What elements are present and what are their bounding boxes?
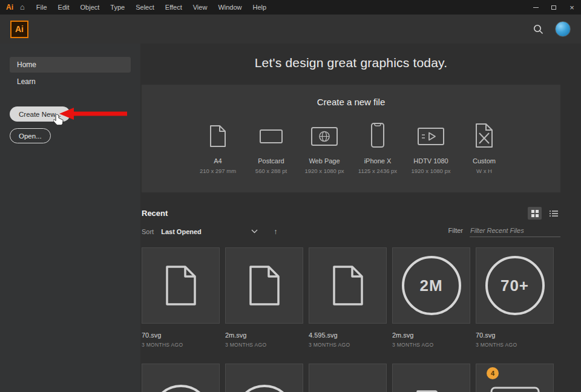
menu-select[interactable]: Select (130, 0, 160, 15)
file-icon (247, 264, 282, 307)
filter-recent-input[interactable] (470, 226, 560, 237)
sidebar: Home Learn Create New... Open... (0, 44, 140, 392)
preset-size: W x H (476, 168, 492, 174)
maximize-button[interactable] (545, 0, 563, 15)
preset-name: HDTV 1080 (413, 157, 448, 165)
file-age: 3 MONTHS AGO (142, 342, 220, 348)
recent-file-card[interactable]: 70.svg 3 MONTHS AGO (142, 247, 220, 348)
sort-ascending-button[interactable]: ↑ (274, 227, 277, 236)
file-thumbnail (309, 247, 387, 324)
list-view-button[interactable] (547, 207, 560, 220)
preset-name: Web Page (309, 157, 340, 165)
count-badge: 4 (487, 367, 499, 379)
recent-file-card[interactable] (142, 364, 220, 392)
menu-effect[interactable]: Effect (160, 0, 188, 15)
recent-file-card[interactable]: 4 (476, 364, 554, 392)
recent-file-card[interactable]: -50% (309, 364, 387, 392)
filter-label: Filter (448, 227, 463, 234)
preset-name: A4 (214, 157, 222, 165)
open-button[interactable]: Open... (10, 128, 51, 143)
circle-artwork (235, 385, 294, 392)
user-avatar[interactable] (555, 21, 571, 37)
window-controls: × (527, 0, 581, 15)
menu-file[interactable]: File (31, 0, 53, 15)
minimize-icon (533, 7, 539, 8)
file-thumbnail: 4 (476, 364, 554, 392)
custom-document-icon (471, 120, 497, 149)
file-name: 4.595.svg (309, 332, 387, 339)
close-button[interactable]: × (563, 0, 581, 15)
file-name: 2m.svg (225, 332, 303, 339)
recent-file-card[interactable]: 70+ 70.svg 3 MONTHS AGO (476, 247, 554, 348)
illustrator-logo: Ai (10, 21, 28, 38)
sidebar-item-learn[interactable]: Learn (10, 74, 131, 90)
recent-file-card[interactable]: 4.595.svg 3 MONTHS AGO (309, 247, 387, 348)
file-thumbnail: 2M (392, 247, 470, 324)
file-thumbnail (392, 364, 470, 392)
sort-value: Last Opened (161, 228, 202, 235)
preset-row: A4 210 x 297 mm Postcard 560 x 288 pt (142, 120, 560, 174)
search-button[interactable] (531, 22, 545, 36)
create-new-button[interactable]: Create New... (10, 106, 70, 122)
preset-name: Postcard (258, 157, 284, 165)
minimize-button[interactable] (527, 0, 545, 15)
recent-grid-row-2: -50% 4 (142, 364, 560, 392)
preset-hdtv-1080[interactable]: HDTV 1080 1920 x 1080 px (404, 120, 458, 174)
menu-window[interactable]: Window (212, 0, 247, 15)
file-thumbnail: 70+ (476, 247, 554, 324)
recent-file-card[interactable] (392, 364, 470, 392)
preset-size: 1125 x 2436 px (358, 168, 397, 174)
image-icon (489, 385, 541, 392)
file-age: 3 MONTHS AGO (309, 342, 387, 348)
preset-iphone-x[interactable]: iPhone X 1125 x 2436 px (351, 120, 404, 174)
create-panel-title: Create a new file (142, 97, 560, 107)
document-landscape-icon (258, 120, 284, 149)
recent-file-card[interactable]: 2M 2m.svg 3 MONTHS AGO (392, 247, 470, 348)
recent-header: Recent (142, 207, 560, 220)
phone-icon (364, 120, 391, 149)
filter-group: Filter (448, 226, 560, 237)
preset-custom[interactable]: Custom W x H (458, 120, 511, 174)
preset-name: iPhone X (364, 157, 392, 165)
preset-size: 1920 x 1080 px (305, 168, 344, 174)
circle-artwork: 2M (402, 256, 461, 315)
file-thumbnail (225, 364, 303, 392)
titlebar: Ai ⌂ File Edit Object Type Select Effect… (0, 0, 581, 15)
app-header: Ai (0, 15, 581, 44)
sidebar-item-home[interactable]: Home (10, 57, 131, 73)
preset-size: 1920 x 1080 px (412, 168, 451, 174)
sort-dropdown[interactable]: Last Opened (161, 228, 258, 235)
circle-artwork (151, 385, 211, 392)
home-icon[interactable]: ⌂ (19, 1, 31, 14)
file-name: 70.svg (476, 332, 554, 339)
preset-size: 560 x 288 pt (255, 168, 287, 174)
recent-title: Recent (142, 209, 168, 218)
list-icon (550, 210, 558, 217)
menu-object[interactable]: Object (75, 0, 105, 15)
file-icon (163, 264, 199, 307)
preset-web-page[interactable]: Web Page 1920 x 1080 px (298, 120, 351, 174)
preset-a4[interactable]: A4 210 x 297 mm (191, 120, 245, 174)
recent-file-card[interactable]: 2m.svg 3 MONTHS AGO (225, 247, 303, 348)
view-toggles (528, 207, 560, 220)
grid-view-button[interactable] (528, 207, 542, 220)
file-icon (414, 388, 449, 392)
file-icon (330, 264, 366, 307)
search-icon (533, 24, 543, 34)
sort-label: Sort (142, 228, 154, 235)
menu-view[interactable]: View (188, 0, 213, 15)
file-age: 3 MONTHS AGO (476, 342, 554, 348)
file-age: 3 MONTHS AGO (392, 342, 470, 348)
menu-help[interactable]: Help (248, 0, 272, 15)
file-thumbnail (225, 247, 303, 324)
recent-file-card[interactable] (225, 364, 303, 392)
illustrator-home-window: Ai ⌂ File Edit Object Type Select Effect… (0, 0, 581, 392)
menu-edit[interactable]: Edit (53, 0, 75, 15)
grid-icon (531, 210, 539, 217)
menu-type[interactable]: Type (105, 0, 130, 15)
document-portrait-icon (206, 120, 230, 149)
circle-artwork: 70+ (485, 256, 545, 315)
preset-postcard[interactable]: Postcard 560 x 288 pt (245, 120, 298, 174)
main-content: Let's design great graphics today. Creat… (140, 44, 581, 392)
file-thumbnail (142, 364, 220, 392)
